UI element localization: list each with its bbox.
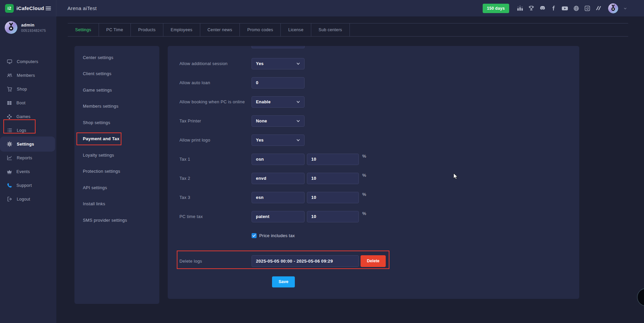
user-block[interactable]: admin 005193482475 (0, 16, 56, 37)
price-includes-tax-checkbox[interactable] (252, 233, 257, 238)
settings-menu-game-settings[interactable]: Game settings (74, 82, 159, 98)
allow-print-logo-select[interactable]: Yes (252, 134, 305, 146)
computers-icon (7, 59, 12, 64)
chevron-down-icon (296, 100, 300, 104)
tab-center-news[interactable]: Center news (200, 23, 240, 36)
settings-menu-client-settings[interactable]: Client settings (74, 66, 159, 82)
settings-menu-api-settings[interactable]: API settings (74, 179, 159, 196)
sidebar-item-label: Shop (17, 87, 27, 92)
tax-printer-select[interactable]: None (252, 115, 305, 127)
form-rows: Allow additional sessionYesAllow auto lo… (168, 54, 579, 291)
save-button[interactable]: Save (272, 276, 295, 287)
sidebar-item-events[interactable]: Events (0, 165, 56, 178)
chevron-down-icon (296, 138, 300, 142)
sidebar-item-support[interactable]: Support (0, 178, 56, 192)
allow-booking-when-pc-is-online-select[interactable]: Enable (252, 96, 305, 108)
support-icon (7, 183, 12, 188)
pc-time-tax-rate-input[interactable]: 10 (307, 211, 359, 222)
sidebar-item-logs[interactable]: Logs (0, 123, 56, 137)
delete-button[interactable]: Delete (361, 255, 386, 267)
icafecloud-icon[interactable] (584, 5, 590, 11)
logo-glyph: i2 (7, 6, 11, 11)
sidebar-item-reports[interactable]: Reports (0, 151, 56, 165)
tax-3-name-input[interactable]: esn (252, 192, 305, 203)
payment-tax-form-card: Allow additional sessionYesAllow auto lo… (168, 46, 579, 299)
settings-menu-payment-and-tax[interactable]: Payment and Tax (74, 131, 159, 147)
field-label: Tax Printer (179, 118, 252, 123)
tax-1-name-input[interactable]: osn (252, 154, 305, 165)
topbar-actions: 150 days (483, 3, 644, 13)
user-name: admin (21, 22, 46, 28)
tax-1-rate-input[interactable]: 10 (307, 154, 359, 165)
tab-pc-time[interactable]: PC Time (99, 23, 131, 36)
settings-menu-install-links[interactable]: Install links (74, 196, 159, 212)
field-label: Tax 1 (179, 157, 252, 162)
form-row: Tax 2envd10% (168, 169, 579, 188)
cut-off-field[interactable] (252, 46, 305, 48)
tab-license[interactable]: License (281, 23, 311, 36)
tab-settings[interactable]: Settings (68, 23, 99, 36)
settings-menu-sms-provider-settings[interactable]: SMS provider settings (74, 212, 159, 228)
sidebar-item-computers[interactable]: Computers (0, 55, 56, 68)
icafecloud-logo[interactable]: i2 (5, 4, 14, 13)
boot-icon (7, 100, 12, 106)
tab-sub-centers[interactable]: Sub centers (311, 23, 350, 36)
form-row: Allow additional sessionYes (168, 54, 579, 73)
sidebar-item-games[interactable]: Games (0, 110, 56, 123)
youtube-icon[interactable] (561, 5, 568, 12)
tax-3-rate-input[interactable]: 10 (307, 192, 359, 203)
settings-menu-loyalty-settings[interactable]: Loyalty settings (74, 147, 159, 163)
delete-logs-row: Delete logs 2025-05-05 00:00 - 2025-05-0… (168, 249, 579, 273)
chevron-down-icon[interactable] (623, 6, 627, 10)
tax-2-name-input[interactable]: envd (252, 173, 305, 184)
delete-logs-label: Delete logs (179, 259, 252, 264)
sidebar-item-members[interactable]: Members (0, 68, 56, 82)
form-row: PC time taxpatent10% (168, 207, 579, 226)
user-id: 005193482475 (21, 29, 46, 33)
facebook-icon[interactable] (551, 5, 556, 11)
settings-submenu-card: Center settingsClient settingsGame setti… (74, 46, 159, 304)
tab-employees[interactable]: Employees (163, 23, 200, 36)
sidebar-item-label: Reports (17, 156, 32, 160)
settings-menu-protection-settings[interactable]: Protection settings (74, 163, 159, 180)
members-icon (7, 72, 12, 78)
tax-2-rate-input[interactable]: 10 (307, 173, 359, 184)
hamburger-menu-icon[interactable] (45, 5, 51, 11)
stripes-icon[interactable] (595, 5, 602, 11)
chevron-down-icon (296, 62, 300, 66)
tab-promo-codes[interactable]: Promo codes (240, 23, 281, 36)
sidebar-item-logout[interactable]: Logout (0, 192, 56, 206)
field-label: PC time tax (179, 214, 252, 219)
sidebar-item-shop[interactable]: Shop (0, 82, 56, 96)
globe-icon[interactable] (573, 5, 579, 11)
settings-menu-center-settings[interactable]: Center settings (74, 49, 159, 66)
logout-icon (7, 196, 12, 202)
pc-time-tax-name-input[interactable]: patent (252, 211, 305, 222)
percent-suffix: % (362, 211, 366, 216)
settings-menu-members-settings[interactable]: Members settings (74, 98, 159, 115)
sidebar-item-boot[interactable]: Boot (0, 96, 56, 110)
allow-auto-loan-input[interactable]: 0 (252, 77, 305, 89)
events-icon (7, 169, 12, 174)
chevron-left-icon (642, 293, 644, 301)
settings-menu-shop-settings[interactable]: Shop settings (74, 114, 159, 131)
sidebar-item-label: Logout (17, 197, 30, 202)
sidebar-item-settings[interactable]: Settings (0, 137, 55, 152)
allow-additional-session-select[interactable]: Yes (252, 58, 305, 69)
license-days-badge[interactable]: 150 days (483, 4, 509, 13)
sidebar-item-label: Games (16, 114, 31, 119)
tab-products[interactable]: Products (131, 23, 163, 36)
sidebar-item-label: Computers (17, 59, 38, 64)
avatar[interactable] (608, 3, 618, 13)
ranking-icon[interactable] (517, 5, 523, 11)
field-label: Allow auto loan (179, 80, 252, 85)
trophy-icon[interactable] (528, 5, 534, 11)
brand-name: iCafeCloud (16, 5, 45, 11)
selected-value: Yes (256, 138, 264, 143)
discord-icon[interactable] (539, 5, 546, 11)
sidebar-item-label: Support (16, 183, 32, 188)
check-icon (252, 234, 256, 237)
logs-icon (7, 127, 12, 133)
delete-logs-range-input[interactable]: 2025-05-05 00:00 - 2025-05-06 09:29 (252, 255, 359, 267)
chat-expand-button[interactable] (637, 288, 644, 306)
